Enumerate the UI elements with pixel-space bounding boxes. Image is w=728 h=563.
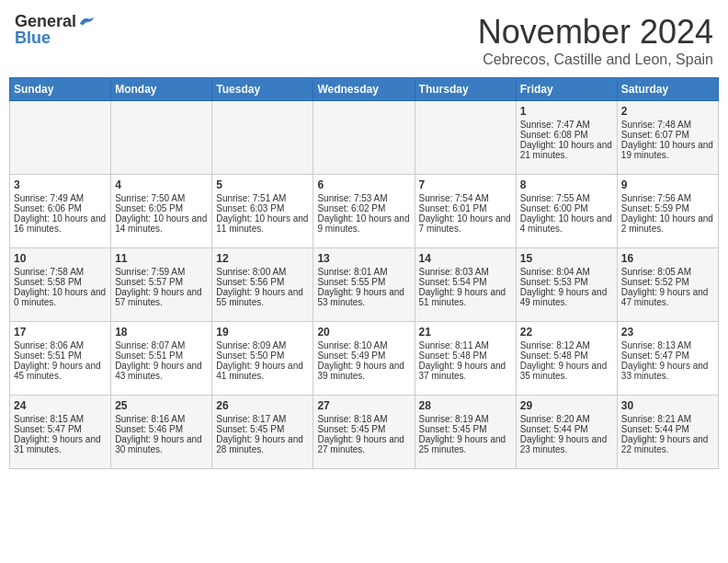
day-info: Sunrise: 8:16 AM [115, 414, 208, 424]
day-number: 22 [520, 326, 613, 339]
day-info: Sunrise: 7:49 AM [14, 193, 107, 203]
calendar-table: SundayMondayTuesdayWednesdayThursdayFrid… [9, 77, 719, 469]
calendar-cell [415, 101, 516, 175]
day-info: Daylight: 9 hours and 49 minutes. [520, 287, 613, 307]
day-info: Daylight: 9 hours and 51 minutes. [419, 287, 512, 307]
day-info: Sunset: 5:48 PM [520, 350, 613, 361]
day-info: Daylight: 9 hours and 45 minutes. [14, 361, 107, 381]
day-info: Sunset: 5:52 PM [621, 277, 714, 287]
day-info: Daylight: 10 hours and 16 minutes. [14, 213, 107, 234]
calendar-cell: 18Sunrise: 8:07 AMSunset: 5:51 PMDayligh… [111, 322, 212, 396]
day-number: 13 [317, 252, 410, 265]
column-header-sunday: Sunday [10, 78, 111, 101]
day-info: Daylight: 9 hours and 23 minutes. [520, 434, 613, 454]
day-info: Sunrise: 8:21 AM [621, 414, 714, 424]
calendar-cell: 26Sunrise: 8:17 AMSunset: 5:45 PMDayligh… [212, 396, 313, 469]
day-info: Sunset: 5:47 PM [14, 424, 107, 434]
day-number: 28 [419, 399, 512, 412]
calendar-cell: 27Sunrise: 8:18 AMSunset: 5:45 PMDayligh… [313, 396, 415, 469]
day-number: 23 [621, 326, 714, 339]
day-info: Sunrise: 8:05 AM [621, 267, 714, 277]
day-info: Sunset: 6:02 PM [317, 203, 410, 213]
day-number: 9 [621, 178, 714, 191]
day-info: Sunset: 5:51 PM [115, 350, 208, 361]
logo-bird-icon [78, 15, 95, 28]
day-number: 12 [216, 252, 309, 265]
calendar-week-1: 1Sunrise: 7:47 AMSunset: 6:08 PMDaylight… [10, 101, 719, 175]
calendar-cell: 29Sunrise: 8:20 AMSunset: 5:44 PMDayligh… [516, 396, 617, 469]
day-info: Sunrise: 8:13 AM [621, 340, 714, 350]
day-info: Daylight: 9 hours and 27 minutes. [317, 434, 410, 454]
day-number: 7 [419, 178, 512, 191]
day-info: Daylight: 10 hours and 19 minutes. [621, 140, 714, 160]
day-info: Daylight: 9 hours and 43 minutes. [115, 361, 208, 381]
day-info: Sunrise: 7:56 AM [621, 193, 714, 203]
calendar-cell: 3Sunrise: 7:49 AMSunset: 6:06 PMDaylight… [10, 175, 111, 248]
day-info: Sunset: 5:56 PM [216, 277, 309, 287]
day-info: Sunset: 5:51 PM [14, 350, 107, 361]
column-header-tuesday: Tuesday [212, 78, 313, 101]
column-header-thursday: Thursday [415, 78, 516, 101]
day-info: Daylight: 10 hours and 2 minutes. [621, 213, 714, 234]
day-info: Sunset: 5:45 PM [419, 424, 512, 434]
day-info: Daylight: 9 hours and 22 minutes. [621, 434, 714, 454]
calendar-cell: 14Sunrise: 8:03 AMSunset: 5:54 PMDayligh… [415, 248, 516, 322]
location-title: Cebrecos, Castille and Leon, Spain [478, 52, 713, 68]
day-number: 2 [621, 105, 714, 118]
calendar-cell: 9Sunrise: 7:56 AMSunset: 5:59 PMDaylight… [617, 175, 718, 248]
calendar-cell: 13Sunrise: 8:01 AMSunset: 5:55 PMDayligh… [313, 248, 415, 322]
day-info: Sunset: 5:59 PM [621, 203, 714, 213]
day-info: Sunrise: 7:50 AM [115, 193, 208, 203]
day-info: Sunrise: 8:20 AM [520, 414, 613, 424]
calendar-cell: 30Sunrise: 8:21 AMSunset: 5:44 PMDayligh… [617, 396, 718, 469]
calendar-week-5: 24Sunrise: 8:15 AMSunset: 5:47 PMDayligh… [10, 396, 719, 469]
day-info: Sunrise: 8:11 AM [419, 340, 512, 350]
day-info: Sunset: 5:48 PM [419, 350, 512, 361]
day-info: Sunrise: 7:58 AM [14, 267, 107, 277]
day-info: Daylight: 9 hours and 33 minutes. [621, 361, 714, 381]
day-info: Sunrise: 8:18 AM [317, 414, 410, 424]
day-info: Daylight: 10 hours and 0 minutes. [14, 287, 107, 307]
calendar-cell: 16Sunrise: 8:05 AMSunset: 5:52 PMDayligh… [617, 248, 718, 322]
day-info: Sunset: 5:54 PM [419, 277, 512, 287]
day-info: Sunrise: 7:51 AM [216, 193, 309, 203]
calendar-cell: 8Sunrise: 7:55 AMSunset: 6:00 PMDaylight… [516, 175, 617, 248]
day-info: Daylight: 10 hours and 4 minutes. [520, 213, 613, 234]
day-info: Sunset: 5:45 PM [317, 424, 410, 434]
day-info: Sunset: 6:07 PM [621, 130, 714, 140]
logo-general-text: General [15, 13, 76, 29]
calendar-cell: 28Sunrise: 8:19 AMSunset: 5:45 PMDayligh… [415, 396, 516, 469]
day-info: Daylight: 9 hours and 47 minutes. [621, 287, 714, 307]
day-info: Sunrise: 7:54 AM [419, 193, 512, 203]
day-number: 10 [14, 252, 107, 265]
day-info: Sunrise: 8:15 AM [14, 414, 107, 424]
day-number: 4 [115, 178, 208, 191]
column-header-friday: Friday [516, 78, 617, 101]
day-info: Sunrise: 7:59 AM [115, 267, 208, 277]
day-number: 17 [14, 326, 107, 339]
day-info: Sunset: 5:46 PM [115, 424, 208, 434]
day-info: Daylight: 9 hours and 28 minutes. [216, 434, 309, 454]
calendar-cell: 22Sunrise: 8:12 AMSunset: 5:48 PMDayligh… [516, 322, 617, 396]
day-info: Sunrise: 8:12 AM [520, 340, 613, 350]
calendar-cell [111, 101, 212, 175]
calendar-cell: 17Sunrise: 8:06 AMSunset: 5:51 PMDayligh… [10, 322, 111, 396]
day-info: Sunrise: 7:55 AM [520, 193, 613, 203]
column-header-monday: Monday [111, 78, 212, 101]
day-info: Sunrise: 7:53 AM [317, 193, 410, 203]
day-info: Sunset: 5:58 PM [14, 277, 107, 287]
day-info: Sunset: 5:47 PM [621, 350, 714, 361]
day-number: 18 [115, 326, 208, 339]
day-info: Sunrise: 8:06 AM [14, 340, 107, 350]
day-info: Daylight: 9 hours and 37 minutes. [419, 361, 512, 381]
day-info: Daylight: 9 hours and 25 minutes. [419, 434, 512, 454]
calendar-cell: 2Sunrise: 7:48 AMSunset: 6:07 PMDaylight… [617, 101, 718, 175]
day-number: 21 [419, 326, 512, 339]
logo: General Blue [15, 13, 95, 46]
day-info: Sunrise: 8:10 AM [317, 340, 410, 350]
day-number: 3 [14, 178, 107, 191]
day-info: Sunrise: 8:09 AM [216, 340, 309, 350]
day-number: 26 [216, 399, 309, 412]
day-info: Sunset: 6:03 PM [216, 203, 309, 213]
column-header-saturday: Saturday [617, 78, 718, 101]
